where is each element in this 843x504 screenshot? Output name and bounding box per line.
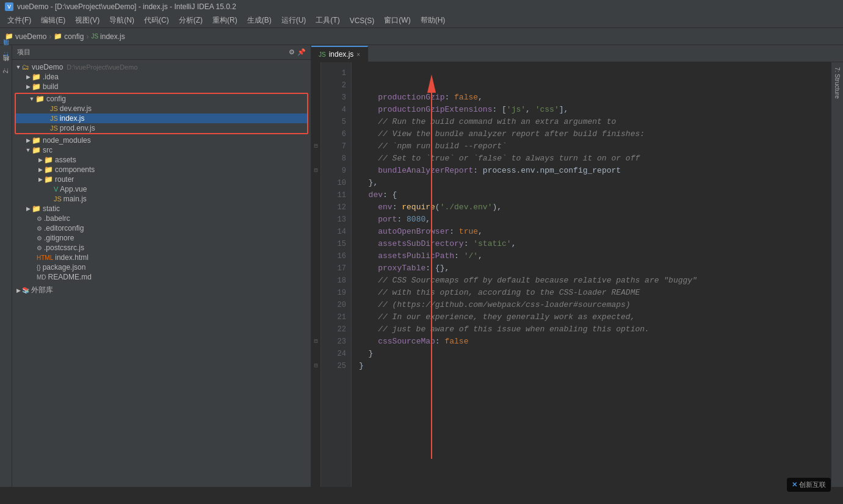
tree-arrow-idea: ▶ bbox=[24, 74, 32, 80]
fold-marker-22 bbox=[311, 323, 320, 336]
window-title: vueDemo - [D:\vueProject\vueDemo] - inde… bbox=[17, 2, 236, 11]
tree-item-gitignore[interactable]: ⚙ .gitignore bbox=[12, 233, 311, 243]
tree-item-mainjs[interactable]: JS main.js bbox=[12, 194, 311, 204]
tree-item-readme[interactable]: MD README.md bbox=[12, 272, 311, 282]
tree-item-packagejson[interactable]: {} package.json bbox=[12, 262, 311, 272]
tree-label-idea: .idea bbox=[43, 73, 59, 81]
tree-item-babelrc[interactable]: ⚙ .babelrc bbox=[12, 214, 311, 223]
tree-arrow-static: ▶ bbox=[24, 206, 32, 212]
tree-item-config[interactable]: ▼ 📁 config bbox=[16, 94, 307, 104]
tree-item-appvue[interactable]: V App.vue bbox=[12, 184, 311, 194]
tree-item-indexjs[interactable]: JS index.js bbox=[16, 113, 307, 123]
menu-view[interactable]: 视图(V) bbox=[70, 14, 104, 27]
tree-item-nodemodules[interactable]: ▶ 📁 node_modules bbox=[12, 135, 311, 145]
js-icon-index: JS bbox=[50, 115, 58, 122]
tree-item-external[interactable]: ▶ 📚 外部库 bbox=[12, 284, 311, 296]
menu-navigate[interactable]: 导航(N) bbox=[104, 14, 139, 27]
main-layout: 1: 项目 2: 结构 项目 ⚙ 📌 ▼ 🗂 vueDemo D:\vuePro… bbox=[0, 45, 843, 487]
tree-label-nodemodules: node_modules bbox=[43, 136, 91, 145]
fold-marker-7: ⊟ bbox=[311, 140, 320, 153]
breadcrumb-project[interactable]: 📁 vueDemo bbox=[5, 32, 46, 41]
line-num-17: 17 bbox=[326, 262, 346, 275]
js-file-icon: JS bbox=[91, 33, 98, 40]
tree-item-router[interactable]: ▶ 📁 router bbox=[12, 175, 311, 184]
tab-label-indexjs: index.js bbox=[329, 50, 354, 59]
js-icon-devenv: JS bbox=[50, 105, 58, 112]
project-tree[interactable]: 项目 ⚙ 📌 ▼ 🗂 vueDemo D:\vueProject\vueDemo… bbox=[12, 45, 311, 487]
tree-item-editorconfig[interactable]: ⚙ .editorconfig bbox=[12, 223, 311, 233]
breadcrumb-filename[interactable]: index.js bbox=[100, 32, 125, 41]
folder-icon-config: 📁 bbox=[35, 95, 45, 103]
code-editor[interactable]: ⊟ ⊟ ⊟ ⊟ 1 bbox=[311, 62, 843, 487]
editor-tab-indexjs[interactable]: JS index.js × bbox=[311, 46, 368, 62]
line-num-18: 18 bbox=[326, 275, 346, 287]
tree-item-src[interactable]: ▼ 📁 src bbox=[12, 145, 311, 155]
tree-item-build[interactable]: ▶ 📁 build bbox=[12, 82, 311, 92]
tree-item-components[interactable]: ▶ 📁 components bbox=[12, 165, 311, 175]
menu-window[interactable]: 窗口(W) bbox=[379, 14, 415, 27]
json-icon: {} bbox=[37, 264, 41, 271]
menu-edit[interactable]: 编辑(E) bbox=[36, 14, 70, 27]
line-num-19: 19 bbox=[326, 287, 346, 299]
tree-arrow-nodemodules: ▶ bbox=[24, 137, 32, 143]
tree-arrow-external: ▶ bbox=[15, 287, 22, 293]
editor-tabs[interactable]: JS index.js × bbox=[311, 45, 843, 62]
breadcrumb-file[interactable]: JS index.js bbox=[91, 32, 125, 41]
menu-file[interactable]: 文件(F) bbox=[2, 14, 36, 27]
tree-item-indexhtml[interactable]: HTML index.html bbox=[12, 253, 311, 262]
breadcrumb-config-label[interactable]: config bbox=[64, 32, 84, 41]
tree-arrow-root: ▼ bbox=[15, 64, 22, 70]
pin-icon[interactable]: 📌 bbox=[297, 48, 306, 56]
tree-label-postcss: .postcssrc.js bbox=[44, 243, 84, 252]
project-tree-header: 项目 ⚙ 📌 bbox=[12, 45, 311, 60]
side-tab-project[interactable]: 1: 项目 bbox=[0, 45, 12, 62]
watermark-text: 创新互联 bbox=[799, 481, 826, 488]
fold-marker-12 bbox=[311, 201, 320, 214]
breadcrumb-config[interactable]: 📁 config bbox=[54, 32, 84, 41]
tree-item-idea[interactable]: ▶ 📁 .idea bbox=[12, 72, 311, 82]
menu-code[interactable]: 代码(C) bbox=[139, 14, 174, 27]
fold-marker-5 bbox=[311, 116, 320, 128]
line-num-24: 24 bbox=[326, 348, 346, 360]
line-num-10: 10 bbox=[326, 177, 346, 189]
tree-item-devenvjs[interactable]: JS dev.env.js bbox=[16, 104, 307, 113]
tree-root-vuedemo[interactable]: ▼ 🗂 vueDemo D:\vueProject\vueDemo bbox=[12, 62, 311, 72]
tree-item-static[interactable]: ▶ 📁 static bbox=[12, 204, 311, 214]
fold-marker-1 bbox=[311, 67, 320, 79]
tree-content[interactable]: ▼ 🗂 vueDemo D:\vueProject\vueDemo ▶ 📁 .i… bbox=[12, 60, 311, 487]
fold-marker-3 bbox=[311, 92, 320, 104]
menu-tools[interactable]: 工具(T) bbox=[311, 14, 344, 27]
settings-icon[interactable]: ⚙ bbox=[289, 48, 295, 56]
line-num-2: 2 bbox=[326, 79, 346, 92]
side-tab-structure[interactable]: 2: 结构 bbox=[0, 62, 12, 78]
menu-bar[interactable]: 文件(F) 编辑(E) 视图(V) 导航(N) 代码(C) 分析(Z) 重构(R… bbox=[0, 13, 843, 28]
menu-refactor[interactable]: 重构(R) bbox=[208, 14, 242, 27]
menu-build[interactable]: 生成(B) bbox=[242, 14, 277, 27]
tree-label-src: src bbox=[43, 146, 52, 154]
breadcrumb-vuedemo[interactable]: vueDemo bbox=[15, 32, 46, 41]
side-tab-structure[interactable]: 7: Structure bbox=[832, 62, 842, 104]
menu-vcs[interactable]: VCS(S) bbox=[345, 15, 380, 26]
project-label: 项目 bbox=[17, 48, 31, 57]
menu-analyze[interactable]: 分析(Z) bbox=[174, 14, 208, 27]
js-icon-prodenv: JS bbox=[50, 124, 58, 132]
breadcrumb-sep-1: › bbox=[49, 32, 51, 41]
tree-label-editorconfig: .editorconfig bbox=[44, 224, 84, 232]
tree-label-indexjs: index.js bbox=[60, 114, 85, 123]
root-folder-icon: 🗂 bbox=[22, 63, 29, 71]
code-content[interactable]: productionGzip: false, productionGzipExt… bbox=[352, 62, 831, 487]
tree-item-postcss[interactable]: ⚙ .postcssrc.js bbox=[12, 243, 311, 253]
tree-item-assets[interactable]: ▶ 📁 assets bbox=[12, 155, 311, 165]
tab-close-button[interactable]: × bbox=[356, 51, 360, 58]
menu-help[interactable]: 帮助(H) bbox=[416, 14, 450, 27]
tree-item-prodenvjs[interactable]: JS prod.env.js bbox=[16, 123, 307, 133]
breadcrumb-sep-2: › bbox=[86, 32, 89, 41]
menu-run[interactable]: 运行(U) bbox=[277, 14, 311, 27]
tree-label-devenvjs: dev.env.js bbox=[60, 104, 92, 113]
folder-icon: 📁 bbox=[5, 32, 13, 40]
config-icon-postcss: ⚙ bbox=[37, 245, 42, 251]
tree-arrow-src: ▼ bbox=[24, 147, 32, 153]
highlighted-config-group: ▼ 📁 config JS dev.env.js JS index.js JS bbox=[15, 93, 308, 134]
config-icon-editor: ⚙ bbox=[37, 225, 42, 232]
fold-marker-9: ⊟ bbox=[311, 165, 320, 177]
